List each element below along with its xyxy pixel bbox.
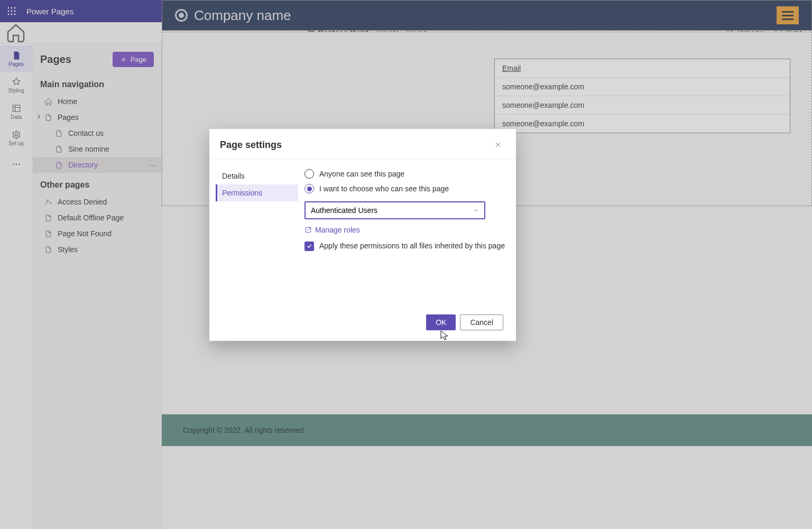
cancel-button[interactable]: Cancel bbox=[460, 314, 503, 330]
page-settings-dialog: Page settings Details Permissions Anyone… bbox=[209, 129, 516, 341]
tab-permissions[interactable]: Permissions bbox=[216, 184, 298, 201]
dialog-title: Page settings bbox=[220, 140, 282, 151]
external-link-icon bbox=[304, 226, 312, 234]
ok-button[interactable]: OK bbox=[426, 314, 456, 330]
radio-icon bbox=[304, 169, 314, 179]
inherit-checkbox-row[interactable]: Apply these permissions to all files inh… bbox=[304, 242, 505, 251]
roles-combobox[interactable]: Authenticated Users bbox=[304, 201, 485, 219]
dialog-tabs: Details Permissions bbox=[209, 159, 304, 307]
dialog-content: Anyone can see this page I want to choos… bbox=[304, 159, 516, 307]
chevron-down-icon bbox=[473, 207, 479, 214]
radio-icon bbox=[304, 184, 314, 193]
tab-details[interactable]: Details bbox=[216, 168, 298, 184]
manage-roles-link[interactable]: Manage roles bbox=[304, 226, 505, 234]
radio-anyone[interactable]: Anyone can see this page bbox=[304, 166, 505, 181]
close-icon[interactable] bbox=[491, 137, 505, 152]
radio-choose[interactable]: I want to choose who can see this page bbox=[304, 181, 505, 196]
checkbox-icon bbox=[304, 242, 314, 251]
